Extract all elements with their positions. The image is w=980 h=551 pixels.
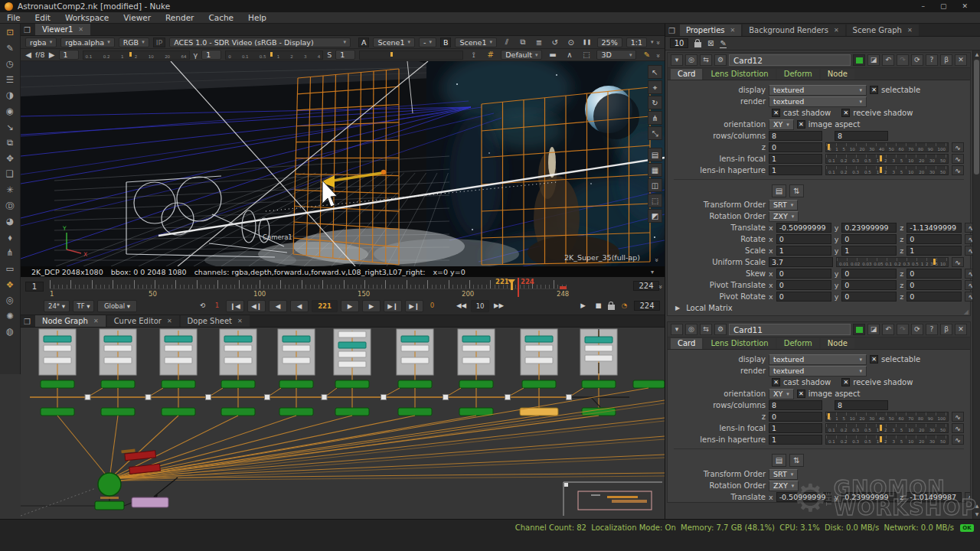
step-back-button[interactable]: ◀ (290, 300, 309, 312)
close-tab-icon[interactable]: ✕ (237, 318, 243, 324)
colorspace-dropdown[interactable]: ACES 1.0 - SDR Video (sRGB - Display)▾ (169, 37, 351, 47)
translate-z-field[interactable] (906, 223, 962, 233)
card-node[interactable] (279, 408, 313, 416)
columns-field[interactable] (835, 131, 888, 141)
translate-x-field[interactable] (776, 223, 831, 233)
pause-icon[interactable]: ❚❚ (581, 39, 593, 45)
realtime-icon[interactable]: ◔ (619, 300, 630, 312)
dot-node[interactable] (505, 395, 511, 400)
card-node[interactable] (221, 408, 255, 416)
curve-icon[interactable]: ∿ (965, 292, 972, 302)
a-input-dropdown[interactable]: Scene1▾ (373, 37, 415, 47)
keyer-icon[interactable]: ↘ (2, 121, 18, 133)
curve-icon[interactable]: ∿ (952, 435, 964, 445)
group-node[interactable] (458, 329, 495, 416)
pivot-rotate-x-field[interactable] (776, 292, 831, 302)
tab-deform[interactable]: Deform (777, 338, 819, 349)
channels-icon[interactable]: ◪ (867, 54, 880, 66)
current-frame-field[interactable]: 221 (312, 300, 338, 312)
z-slider[interactable]: 015102030405060708090100 (825, 412, 949, 422)
channels-icon[interactable]: ◪ (867, 324, 880, 335)
pivot-translate-z-field[interactable] (906, 280, 962, 290)
card-node[interactable] (459, 408, 493, 416)
render-dropdown[interactable]: textured▾ (769, 366, 867, 377)
views-icon[interactable]: ◕ (2, 215, 18, 227)
clapper-icon[interactable]: ▬ (546, 51, 559, 59)
skew-x-field[interactable] (776, 269, 831, 279)
selectable-checkbox[interactable]: ✕ (870, 355, 878, 364)
guides-icon[interactable]: # (484, 51, 497, 59)
color-icon[interactable]: ◑ (2, 89, 18, 101)
lock-icon[interactable] (694, 42, 701, 47)
tab-background-renders[interactable]: Background Renders✕ (743, 24, 844, 36)
scanline-node[interactable] (221, 380, 255, 388)
rows-field[interactable] (769, 131, 822, 141)
layout-split-icon[interactable]: ◫ (648, 178, 662, 192)
prev-key-button[interactable]: ◀❙ (247, 300, 266, 312)
card-node[interactable] (41, 408, 74, 416)
annotate-icon[interactable]: ✎ (640, 51, 653, 59)
tab-properties[interactable]: Properties✕ (680, 24, 741, 36)
scanline-node[interactable] (398, 380, 432, 388)
resize-grip[interactable]: ◢ (964, 308, 969, 315)
prev-fstop-icon[interactable]: ◀ (25, 51, 31, 59)
range-start-field[interactable]: 1 (25, 282, 44, 292)
skew-z-field[interactable] (906, 269, 962, 279)
menu-viewer[interactable]: Viewer (123, 13, 151, 22)
lens-in-haperture-slider[interactable]: 0.10.20.30.5123510203050 (825, 165, 949, 175)
wipe-dropdown[interactable]: -▾ (419, 37, 436, 47)
lens-in-haperture-field[interactable] (769, 165, 822, 175)
translate-y-field[interactable] (841, 492, 897, 502)
orientation-dropdown[interactable]: XY▾ (769, 389, 794, 399)
sparkles-icon[interactable]: ✺ (2, 310, 18, 322)
transform-order-dropdown[interactable]: SRT▾ (769, 200, 798, 210)
switch-icon[interactable]: ⇆ (700, 324, 712, 335)
edit-icon[interactable]: ✎ (720, 39, 726, 48)
wrench-icon[interactable]: ⚙ (714, 54, 727, 66)
curve-icon[interactable]: ∿ (965, 492, 971, 502)
out-marker[interactable]: 0 (426, 300, 438, 312)
input-process-badge[interactable]: IP (153, 37, 166, 47)
switch-icon[interactable]: ⇆ (700, 54, 712, 66)
in-marker[interactable]: 1 (211, 300, 223, 312)
goto-end-button[interactable]: ▶❙ (405, 300, 423, 312)
rotate-z-field[interactable] (906, 234, 962, 244)
transform-order-dropdown[interactable]: SRT▾ (769, 469, 798, 480)
display-channel-dropdown[interactable]: RGB▾ (119, 37, 149, 47)
close-panel-icon[interactable]: ✕ (955, 324, 967, 335)
tab-card[interactable]: Card (671, 69, 702, 80)
scanline-node[interactable] (582, 380, 616, 388)
image-aspect-checkbox[interactable]: ✕ (797, 390, 805, 398)
zoom-level[interactable]: 25% (597, 37, 622, 47)
scanline-node[interactable] (335, 380, 369, 388)
metadata-icon[interactable]: ⬧ (2, 231, 18, 243)
orientation-dropdown[interactable]: XY▾ (769, 119, 794, 130)
checker-icon[interactable]: ◩ (648, 209, 662, 223)
scanline-node[interactable] (101, 380, 135, 388)
range-end-field[interactable]: 224 (634, 301, 660, 311)
render-node[interactable] (95, 501, 124, 510)
scrollbar-thumb[interactable] (974, 60, 979, 174)
jump-forward-button[interactable]: ▶▶ (492, 300, 505, 312)
node-name-field[interactable] (729, 324, 851, 335)
translate-icon[interactable]: ⌖ (648, 80, 662, 94)
group-node[interactable] (520, 329, 558, 416)
tab-lens-distortion[interactable]: Lens Distortion (704, 338, 775, 349)
scale-icon[interactable]: ⤡ (648, 126, 662, 140)
cast-shadow-checkbox[interactable]: ✕ (772, 378, 780, 386)
layout-rows-icon[interactable]: ▤ (648, 148, 662, 161)
group-node[interactable] (278, 329, 315, 416)
fps-dropdown[interactable]: 24* ▾ (44, 300, 70, 312)
display-dropdown[interactable]: textured▾ (769, 85, 867, 96)
dot-node[interactable] (145, 395, 151, 400)
file-icon[interactable]: ▤ (772, 184, 786, 197)
curve-icon[interactable]: ∿ (952, 257, 964, 267)
update-icon[interactable]: ↺ (549, 38, 561, 47)
curve-icon[interactable]: ∿ (965, 234, 972, 244)
properties-scrollbar[interactable]: ▲ ▲ ▼ (972, 51, 980, 519)
group-node[interactable] (39, 329, 76, 416)
menu-workspace[interactable]: Workspace (65, 13, 109, 22)
goto-start-button[interactable]: ❙◀ (226, 300, 244, 312)
tab-lens-distortion[interactable]: Lens Distortion (704, 69, 775, 80)
lens-in-focal-field[interactable] (769, 423, 822, 433)
